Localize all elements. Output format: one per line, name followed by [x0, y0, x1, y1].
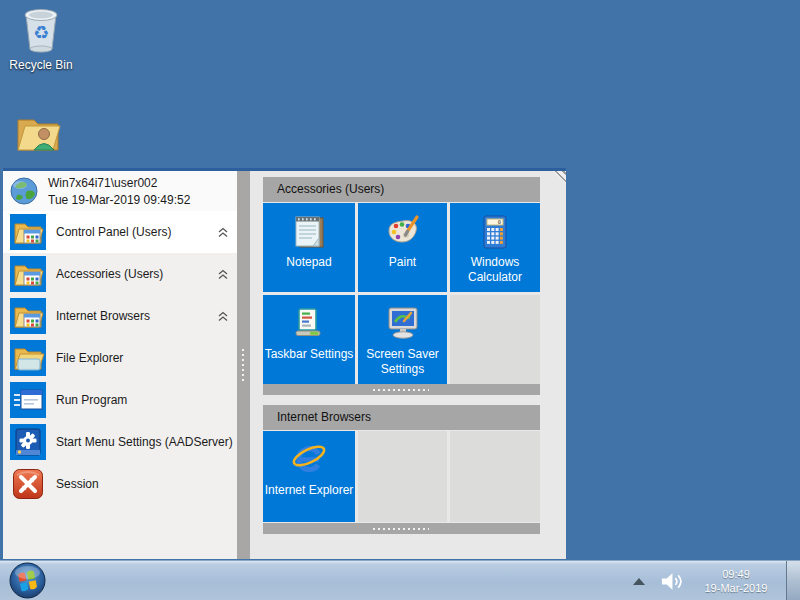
group-resize-handle[interactable]	[263, 384, 540, 395]
group-resize-handle[interactable]	[263, 523, 540, 534]
header-user-text: Win7x64i71\user002	[48, 176, 157, 190]
menu-item-label: Internet Browsers	[56, 309, 150, 323]
tile-windows-calculator[interactable]: Windows Calculator	[450, 203, 540, 292]
menu-item-label: Start Menu Settings (AADServer)	[56, 435, 233, 449]
folder-apps-icon	[10, 256, 46, 292]
start-menu-left-pane: Win7x64i71\user002 Tue 19-Mar-2019 09:49…	[3, 171, 237, 559]
user-folder-icon	[14, 108, 62, 158]
pane-splitter[interactable]	[237, 171, 250, 559]
tile-grid-accessories: Notepad Paint Windows Calculator Taskbar…	[263, 203, 540, 384]
empty-tile-cell	[358, 431, 447, 522]
system-tray: 09:49 19-Mar-2019	[633, 561, 800, 600]
taskbar: 09:49 19-Mar-2019	[0, 560, 800, 600]
tile-screen-saver-settings[interactable]: Screen Saver Settings	[358, 295, 447, 384]
tile-notepad[interactable]: Notepad	[263, 203, 355, 292]
desktop-icon-user-folder[interactable]	[12, 108, 64, 158]
taskbar-clock[interactable]: 09:49 19-Mar-2019	[694, 567, 778, 595]
tile-label: Paint	[389, 255, 416, 270]
tile-label: Taskbar Settings	[265, 347, 354, 362]
tile-grid-internet-browsers: Internet Explorer	[263, 431, 540, 522]
menu-item-run-program[interactable]: Run Program	[3, 379, 237, 421]
session-icon	[10, 466, 46, 502]
menu-item-file-explorer[interactable]: File Explorer	[3, 337, 237, 379]
start-button[interactable]	[9, 562, 46, 599]
clock-time: 09:49	[694, 567, 778, 581]
tile-label: Screen Saver Settings	[358, 347, 447, 377]
menu-item-label: Accessories (Users)	[56, 267, 163, 281]
header-datetime-text: Tue 19-Mar-2019 09:49:52	[48, 193, 190, 207]
tile-label: Notepad	[286, 255, 331, 270]
recycle-bin-label: Recycle Bin	[9, 58, 72, 72]
tray-expand-icon[interactable]	[633, 578, 645, 585]
chevron-up-icon	[217, 227, 229, 238]
start-orb-icon	[9, 562, 46, 599]
handle-grip-dots	[373, 389, 429, 391]
tile-internet-explorer[interactable]: Internet Explorer	[263, 431, 355, 522]
start-menu-header: Win7x64i71\user002 Tue 19-Mar-2019 09:49…	[3, 171, 237, 211]
desktop: Recycle Bin Win7x64i71\user002 Tue 19-Ma…	[0, 0, 800, 600]
settings-book-icon	[10, 424, 46, 460]
menu-item-start-menu-settings[interactable]: Start Menu Settings (AADServer)	[3, 421, 237, 463]
desktop-icon-recycle-bin[interactable]: Recycle Bin	[2, 5, 80, 72]
group-header-accessories: Accessories (Users)	[263, 177, 540, 202]
tile-taskbar-settings[interactable]: Taskbar Settings	[263, 295, 355, 384]
paint-icon	[383, 212, 423, 252]
calculator-icon	[475, 212, 515, 252]
menu-item-label: File Explorer	[56, 351, 123, 365]
handle-grip-dots	[373, 528, 429, 530]
menu-item-label: Session	[56, 477, 99, 491]
empty-tile-cell	[450, 295, 540, 384]
taskbar-settings-icon	[289, 304, 329, 344]
menu-item-label: Control Panel (Users)	[56, 225, 171, 239]
tile-label: Internet Explorer	[265, 483, 354, 498]
folder-apps-icon	[10, 298, 46, 334]
start-menu-right-pane: Accessories (Users) Notepad Paint Window…	[250, 171, 566, 559]
screen-saver-icon	[383, 304, 423, 344]
folder-apps-icon	[10, 214, 46, 250]
globe-icon	[9, 176, 39, 206]
notepad-icon	[289, 212, 329, 252]
chevron-up-icon	[217, 269, 229, 280]
volume-icon[interactable]	[659, 569, 684, 594]
file-explorer-icon	[10, 340, 46, 376]
internet-explorer-icon	[289, 440, 329, 480]
menu-item-control-panel-users[interactable]: Control Panel (Users)	[3, 211, 237, 253]
empty-tile-cell	[450, 431, 540, 522]
chevron-up-icon	[217, 311, 229, 322]
menu-item-session[interactable]: Session	[3, 463, 237, 505]
tile-label: Windows Calculator	[450, 255, 540, 285]
tile-paint[interactable]: Paint	[358, 203, 447, 292]
menu-item-accessories-users[interactable]: Accessories (Users)	[3, 253, 237, 295]
menu-item-label: Run Program	[56, 393, 127, 407]
recycle-bin-icon	[18, 5, 64, 55]
splitter-grip-dots	[242, 349, 244, 381]
start-menu-item-list: Control Panel (Users) Accessories (Users…	[3, 211, 237, 505]
show-desktop-button[interactable]	[786, 561, 800, 600]
start-menu-window: Win7x64i71\user002 Tue 19-Mar-2019 09:49…	[0, 168, 566, 559]
group-header-internet-browsers: Internet Browsers	[263, 405, 540, 430]
menu-item-internet-browsers[interactable]: Internet Browsers	[3, 295, 237, 337]
run-program-icon	[10, 382, 46, 418]
clock-date: 19-Mar-2019	[694, 581, 778, 595]
